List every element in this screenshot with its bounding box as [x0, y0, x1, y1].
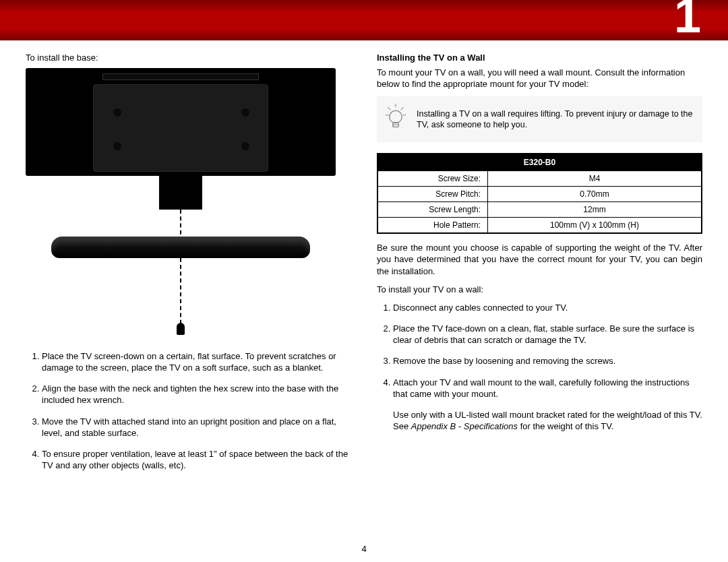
spec-key: Screw Size:	[377, 171, 488, 187]
page-body: To install the base: Place the TV screen…	[26, 53, 702, 480]
tip-text: Installing a TV on a wall requires lifti…	[417, 108, 695, 131]
wall-install-steps: Disconnect any cables connected to your …	[393, 302, 702, 400]
hex-screw-icon	[177, 323, 185, 335]
list-item: Align the base with the neck and tighten…	[42, 383, 351, 406]
alignment-line	[180, 210, 181, 331]
table-row: Screw Size: M4	[377, 171, 702, 187]
spec-title: E320-B0	[377, 154, 702, 171]
spec-val: 12mm	[488, 202, 702, 218]
list-item: Move the TV with attached stand into an …	[42, 416, 351, 439]
right-column: Installing the TV on a Wall To mount you…	[377, 53, 702, 480]
spec-val: 100mm (V) x 100mm (H)	[488, 218, 702, 234]
table-row: Screw Length: 12mm	[377, 202, 702, 218]
note-post: for the weight of this TV.	[518, 421, 613, 431]
spec-val: M4	[488, 171, 702, 187]
list-item: Remove the base by loosening and removin…	[393, 355, 702, 367]
base-install-steps: Place the TV screen-down on a certain, f…	[42, 350, 351, 471]
mount-hole-icon	[113, 142, 121, 150]
table-row: Screw Pitch: 0.70mm	[377, 187, 702, 202]
svg-line-1	[388, 107, 390, 110]
wall-mount-heading: Installing the TV on a Wall	[377, 53, 702, 63]
mount-hole-icon	[241, 142, 249, 150]
list-item: Attach your TV and wall mount to the wal…	[393, 377, 702, 400]
list-item: Place the TV face-down on a clean, flat,…	[393, 323, 702, 346]
spec-key: Screw Length:	[377, 202, 488, 218]
svg-line-2	[401, 107, 404, 110]
left-column: To install the base: Place the TV screen…	[26, 53, 351, 480]
chapter-number: 1	[674, 0, 701, 43]
lifting-tip: Installing a TV on a wall requires lifti…	[377, 96, 702, 142]
port-strip	[102, 73, 259, 80]
spec-val: 0.70mm	[488, 187, 702, 202]
stand-base	[51, 237, 310, 258]
spec-key: Hole Pattern:	[377, 218, 488, 234]
svg-point-5	[390, 111, 402, 123]
lightbulb-icon	[384, 104, 407, 135]
mount-well	[93, 84, 268, 172]
chapter-header: 1	[0, 0, 728, 40]
list-item: To ensure proper ventilation, leave at l…	[42, 448, 351, 471]
mount-capacity-note: Be sure the mount you choose is capable …	[377, 242, 702, 276]
note-italic: Appendix B - Specifications	[411, 421, 518, 431]
spec-key: Screw Pitch:	[377, 187, 488, 202]
mount-hole-icon	[241, 108, 249, 117]
list-item: Disconnect any cables connected to your …	[393, 302, 702, 313]
base-install-illustration	[26, 68, 336, 341]
wall-mount-intro: To mount your TV on a wall, you will nee…	[377, 67, 702, 90]
wall-install-lead: To install your TV on a wall:	[377, 284, 702, 295]
base-install-lead: To install the base:	[26, 53, 351, 63]
stand-neck	[159, 176, 202, 210]
ul-bracket-note: Use only with a UL-listed wall mount bra…	[393, 409, 702, 432]
page-number: 4	[0, 544, 728, 554]
mount-hole-icon	[113, 108, 121, 117]
list-item: Place the TV screen-down on a certain, f…	[42, 350, 351, 373]
table-row: Hole Pattern: 100mm (V) x 100mm (H)	[377, 218, 702, 234]
mount-spec-table: E320-B0 Screw Size: M4 Screw Pitch: 0.70…	[377, 153, 702, 234]
